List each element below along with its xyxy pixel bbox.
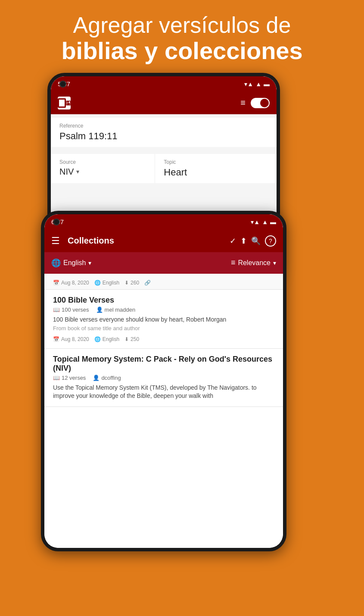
item-desc2-1: From book of same title and author	[53, 325, 274, 332]
collections-title: Collections	[68, 236, 225, 246]
language-filter[interactable]: 🌐 English ▾	[51, 258, 162, 268]
book-icon-2: 📖	[53, 375, 60, 381]
headline-line2: biblias y colecciones	[17, 38, 347, 64]
verses-meta-1: 📖 100 verses	[53, 306, 89, 313]
app-bar-1: ≡	[51, 92, 277, 114]
dl-meta-0: ⬇ 260	[124, 280, 139, 286]
item-date-row-0: 📅 Aug 8, 2020 🌐 English ⬇ 260	[53, 280, 274, 286]
item-title-1: 100 Bible Verses	[53, 296, 274, 305]
upload-icon[interactable]: ⬆	[240, 236, 247, 246]
verses-text-1: 100 verses	[62, 306, 89, 313]
person-icon-1: 👤	[96, 306, 103, 313]
reference-label: Reference	[59, 123, 268, 129]
item-title-2: Topical Memory System: C Pack - Rely on …	[53, 355, 274, 373]
headline-line1: Agregar versículos de	[17, 13, 347, 38]
search-icon[interactable]: 🔍	[251, 236, 261, 246]
verses-meta-2: 📖 12 verses	[53, 375, 86, 381]
globe-icon-0: 🌐	[94, 280, 101, 286]
calendar-icon-0: 📅	[53, 280, 59, 286]
item-date-row-1: 📅 Aug 8, 2020 🌐 English ⬇ 250	[53, 336, 274, 342]
status-bar-1: 5:57 ▾▲ ▲ ▬	[51, 76, 277, 92]
list-item[interactable]: 100 Bible Verses 📖 100 verses 👤 mel madd…	[44, 290, 283, 349]
lang-text-1: English	[103, 336, 119, 342]
item-meta-1: 📖 100 verses 👤 mel madden	[53, 306, 274, 313]
date-meta-1: 📅 Aug 8, 2020	[53, 336, 89, 342]
camera-notch-2	[53, 219, 60, 225]
svg-rect-1	[67, 101, 69, 103]
save-icon[interactable]	[58, 97, 71, 109]
author-text-2: dcoffing	[101, 375, 121, 381]
calendar-icon-1: 📅	[53, 336, 59, 342]
camera-notch	[59, 81, 66, 88]
date-text-0: Aug 8, 2020	[61, 280, 89, 286]
status-icons-2: ▾▲ ▲ ▬	[251, 219, 276, 225]
verses-text-2: 12 verses	[62, 375, 86, 381]
status-bar-2: 6:07 ▾▲ ▲ ▬	[44, 214, 283, 230]
header-section: Agregar versículos de biblias y coleccio…	[0, 0, 364, 73]
status-icons-1: ▾▲ ▲ ▬	[244, 81, 270, 88]
date-meta-0: 📅 Aug 8, 2020	[53, 280, 89, 286]
item-desc-2: Use the Topical Memory System Kit (TMS),…	[53, 384, 274, 400]
svg-rect-2	[67, 103, 69, 105]
reference-value: Psalm 119:11	[59, 131, 268, 142]
book-icon-1: 📖	[53, 306, 60, 313]
link-icon-0: 🔗	[144, 280, 151, 286]
app-bar-right: ≡	[240, 98, 270, 108]
lang-meta-1: 🌐 English	[94, 336, 119, 342]
sort-dropdown-icon[interactable]: ▾	[273, 260, 276, 266]
author-text-1: mel madden	[105, 306, 136, 313]
date-text-1: Aug 8, 2020	[61, 336, 89, 342]
language-dropdown-icon[interactable]: ▾	[88, 260, 91, 266]
sort-icon: ≡	[231, 258, 236, 267]
dl-meta-1: ⬇ 250	[124, 336, 139, 342]
list-item[interactable]: Topical Memory System: C Pack - Rely on …	[44, 349, 283, 407]
person-icon-2: 👤	[93, 375, 100, 381]
author-meta-2: 👤 dcoffing	[93, 375, 121, 381]
globe-icon-1: 🌐	[94, 336, 101, 342]
filter-bar: 🌐 English ▾ ≡ Relevance ▾	[44, 252, 283, 274]
download-icon-1: ⬇	[124, 336, 129, 342]
list-view-icon[interactable]: ≡	[240, 98, 246, 108]
language-text: English	[63, 259, 86, 267]
download-icon-0: ⬇	[124, 280, 129, 286]
lang-meta-0: 🌐 English	[94, 280, 119, 286]
sort-text: Relevance	[238, 259, 271, 267]
battery-icon: ▬	[264, 81, 270, 88]
list-item[interactable]: 📅 Aug 8, 2020 🌐 English ⬇ 260	[44, 274, 283, 290]
signal-icon-2: ▲	[262, 219, 268, 225]
topic-value: Heart	[164, 167, 268, 178]
item-desc-1: 100 Bible verses everyone should know by…	[53, 316, 274, 324]
reference-field[interactable]: Reference Psalm 119:11	[51, 118, 277, 147]
source-topic-row: Source NIV ▾ Topic Heart	[51, 154, 277, 183]
wifi-icon-2: ▾▲	[251, 219, 260, 225]
dl-text-1: 250	[131, 336, 139, 342]
signal-icon: ▲	[255, 81, 261, 88]
topic-label: Topic	[164, 159, 268, 165]
topic-field[interactable]: Topic Heart	[155, 154, 277, 183]
toggle-switch[interactable]	[251, 98, 270, 108]
collections-list: 📅 Aug 8, 2020 🌐 English ⬇ 260	[44, 274, 283, 548]
source-field[interactable]: Source NIV ▾	[51, 154, 155, 183]
author-meta-1: 👤 mel madden	[96, 306, 136, 313]
sort-filter[interactable]: ≡ Relevance ▾	[165, 258, 276, 267]
source-dropdown-icon[interactable]: ▾	[76, 168, 79, 175]
lang-text-0: English	[103, 280, 119, 286]
phone-2: 6:07 ▾▲ ▲ ▬ ☰ Collections ✓ ⬆ 🔍 ?	[41, 211, 286, 551]
source-value: NIV ▾	[59, 167, 146, 177]
app-bar-2: ☰ Collections ✓ ⬆ 🔍 ?	[44, 230, 283, 252]
check-icon[interactable]: ✓	[230, 236, 236, 246]
hamburger-icon[interactable]: ☰	[51, 235, 60, 247]
wifi-icon: ▾▲	[244, 81, 253, 88]
battery-icon-2: ▬	[270, 219, 276, 225]
dl-text-0: 260	[131, 280, 139, 286]
help-button[interactable]: ?	[265, 235, 276, 247]
item-meta-2: 📖 12 verses 👤 dcoffing	[53, 375, 274, 381]
source-label: Source	[59, 159, 146, 165]
globe-icon: 🌐	[51, 258, 61, 268]
